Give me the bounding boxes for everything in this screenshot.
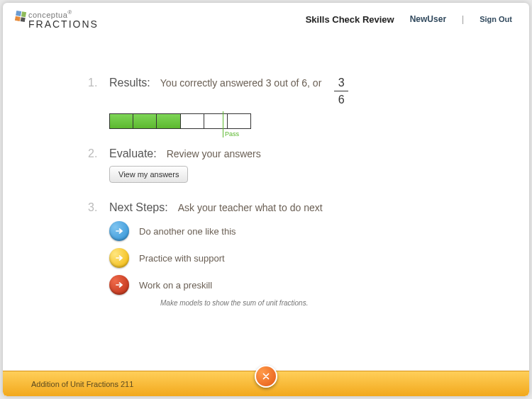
- header: conceptua® FRACTIONS Skills Check Review…: [3, 3, 529, 33]
- logo-mark-icon: [15, 11, 26, 22]
- step-next: 3. Next Steps: Ask your teacher what to …: [88, 201, 529, 307]
- divider: |: [462, 14, 464, 24]
- next-option-label: Do another one like this: [139, 226, 236, 237]
- progress-cell: [157, 114, 180, 128]
- fraction-numerator: 3: [338, 76, 345, 89]
- step-results: 1. Results: You correctly answered 3 out…: [88, 76, 529, 129]
- step-evaluate: 2. Evaluate: Review your answers View my…: [88, 147, 529, 183]
- next-option-preskill[interactable]: Work on a preskill: [109, 275, 529, 295]
- results-fraction: 3 6: [334, 76, 348, 106]
- next-option-do-another[interactable]: Do another one like this: [109, 221, 529, 241]
- arrow-right-icon: [109, 275, 129, 295]
- next-option-practice[interactable]: Practice with support: [109, 248, 529, 268]
- next-text: Ask your teacher what to do next: [178, 202, 323, 213]
- progress-cell: [181, 114, 204, 128]
- progress-cell: [110, 114, 133, 128]
- progress-cell: [133, 114, 157, 128]
- step-label: Evaluate:: [109, 147, 157, 160]
- fraction-denominator: 6: [338, 93, 345, 106]
- footer-title: Addition of Unit Fractions 211: [31, 380, 133, 388]
- page-title: Skills Check Review: [306, 14, 394, 25]
- step-label: Next Steps:: [109, 201, 168, 214]
- progress-cell: [228, 114, 250, 128]
- step-number: 1.: [88, 77, 104, 89]
- footer-bar: Addition of Unit Fractions 211: [3, 371, 529, 396]
- evaluate-text: Review your answers: [167, 148, 261, 159]
- brand-logo: conceptua® FRACTIONS: [16, 10, 99, 29]
- step-number: 2.: [88, 147, 104, 160]
- user-name[interactable]: NewUser: [410, 14, 446, 24]
- next-option-label: Work on a preskill: [139, 280, 212, 291]
- results-text: You correctly answered 3 out of 6, or: [160, 77, 322, 89]
- pass-label: Pass: [225, 130, 239, 137]
- brand-bottom: FRACTIONS: [28, 19, 99, 29]
- arrow-right-icon: [109, 221, 129, 241]
- next-option-label: Practice with support: [139, 253, 225, 264]
- brand-top: conceptua: [28, 11, 67, 19]
- arrow-right-icon: [109, 248, 129, 268]
- progress-bar: Pass: [109, 113, 251, 129]
- view-answers-button[interactable]: View my answers: [109, 166, 188, 183]
- sign-out-link[interactable]: Sign Out: [480, 15, 512, 23]
- close-button[interactable]: [255, 365, 277, 388]
- step-label: Results:: [109, 77, 150, 89]
- step-number: 3.: [88, 201, 104, 214]
- progress-cell: [204, 114, 228, 128]
- close-icon: [261, 371, 271, 381]
- preskill-subnote: Make models to show the sum of unit frac…: [160, 299, 529, 307]
